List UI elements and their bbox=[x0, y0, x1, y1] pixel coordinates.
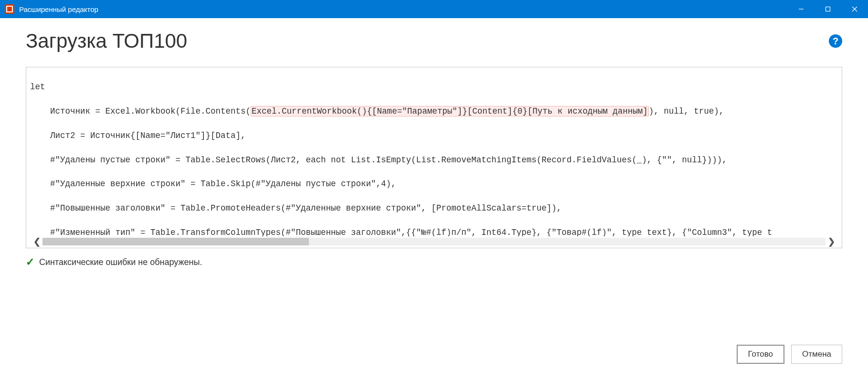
code-line: Лист2 = Источник{[Name="Лист1"]}[Data], bbox=[50, 131, 246, 140]
status-message: Синтаксические ошибки не обнаружены. bbox=[39, 257, 202, 267]
dialog-content: Загрузка ТОП100 ? let Источник = Excel.W… bbox=[0, 18, 868, 268]
code-editor[interactable]: let Источник = Excel.Workbook(File.Conte… bbox=[26, 67, 842, 248]
window-controls bbox=[788, 0, 868, 18]
code-content[interactable]: let Источник = Excel.Workbook(File.Conte… bbox=[26, 67, 842, 236]
close-button[interactable] bbox=[841, 0, 868, 18]
code-line: #"Удалены пустые строки" = Table.SelectR… bbox=[50, 155, 727, 165]
code-line: #"Удаленные верхние строки" = Table.Skip… bbox=[50, 179, 396, 189]
code-line: let bbox=[30, 82, 45, 92]
window-title: Расширенный редактор bbox=[19, 5, 788, 13]
dialog-buttons: Готово Отмена bbox=[737, 345, 843, 364]
code-line: Источник = Excel.Workbook(File.Contents( bbox=[50, 106, 251, 116]
scroll-left-icon[interactable]: ❮ bbox=[31, 236, 42, 247]
scroll-track[interactable] bbox=[42, 238, 826, 245]
code-line: #"Измененный тип" = Table.TransformColum… bbox=[50, 228, 772, 236]
status-row: ✓ Синтаксические ошибки не обнаружены. bbox=[26, 256, 842, 268]
done-button[interactable]: Готово bbox=[737, 345, 785, 364]
horizontal-scrollbar[interactable]: ❮ ❯ bbox=[31, 236, 837, 247]
scroll-right-icon[interactable]: ❯ bbox=[826, 236, 837, 247]
scroll-thumb[interactable] bbox=[42, 238, 309, 245]
page-title: Загрузка ТОП100 bbox=[26, 30, 829, 53]
cancel-button[interactable]: Отмена bbox=[791, 345, 842, 364]
code-line: ), null, true), bbox=[649, 106, 724, 116]
svg-rect-1 bbox=[826, 7, 830, 11]
titlebar: Расширенный редактор bbox=[0, 0, 868, 18]
help-icon[interactable]: ? bbox=[829, 34, 842, 48]
minimize-button[interactable] bbox=[788, 0, 815, 18]
code-highlight: Excel.CurrentWorkbook(){[Name="Параметры… bbox=[251, 106, 649, 116]
office-app-icon bbox=[5, 4, 14, 14]
code-line: #"Повышенные заголовки" = Table.PromoteH… bbox=[50, 203, 561, 213]
maximize-button[interactable] bbox=[815, 0, 841, 18]
checkmark-icon: ✓ bbox=[26, 256, 34, 268]
